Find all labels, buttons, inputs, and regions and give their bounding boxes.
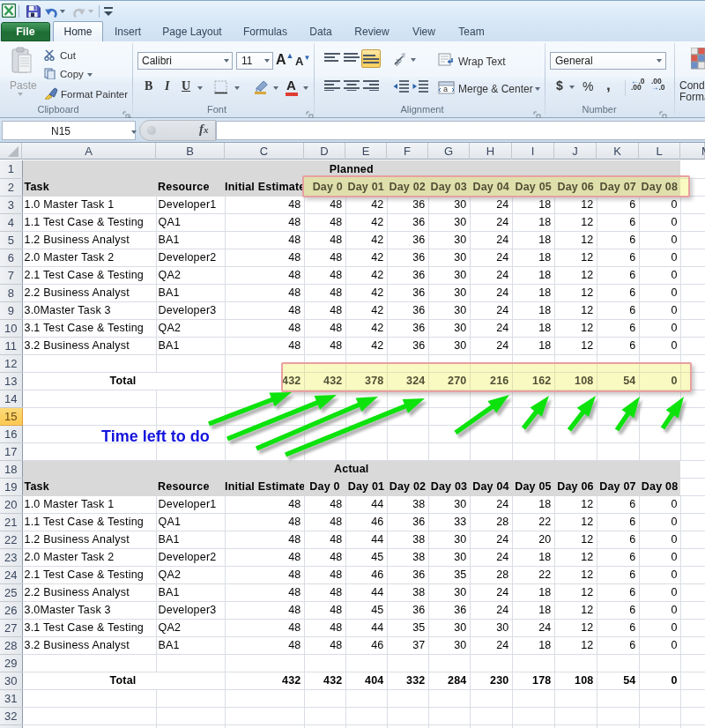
svg-text:a: a xyxy=(443,85,448,93)
